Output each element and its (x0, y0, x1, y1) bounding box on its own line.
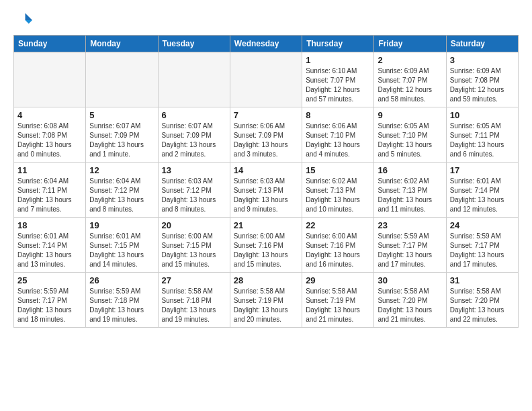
day-number: 29 (306, 275, 370, 285)
day-info: Sunrise: 6:00 AMSunset: 7:16 PMDaylight:… (234, 232, 298, 269)
day-cell: 7Sunrise: 6:06 AMSunset: 7:09 PMDaylight… (230, 107, 302, 163)
day-number: 13 (162, 165, 226, 175)
svg-marker-0 (26, 13, 33, 21)
day-info: Sunrise: 6:08 AMSunset: 7:08 PMDaylight:… (17, 122, 82, 159)
day-number: 5 (89, 110, 154, 120)
day-number: 16 (378, 165, 442, 175)
day-info: Sunrise: 6:03 AMSunset: 7:12 PMDaylight:… (162, 177, 226, 214)
weekday-header-wednesday: Wednesday (230, 36, 302, 52)
day-cell: 24Sunrise: 5:59 AMSunset: 7:17 PMDayligh… (446, 218, 518, 273)
weekday-header-row: SundayMondayTuesdayWednesdayThursdayFrid… (14, 36, 519, 52)
day-cell: 25Sunrise: 5:59 AMSunset: 7:17 PMDayligh… (14, 273, 86, 328)
day-info: Sunrise: 5:59 AMSunset: 7:18 PMDaylight:… (89, 287, 154, 324)
weekday-header-sunday: Sunday (14, 36, 86, 52)
day-cell: 20Sunrise: 6:00 AMSunset: 7:15 PMDayligh… (158, 218, 230, 273)
day-number: 15 (306, 165, 370, 175)
day-number: 3 (450, 55, 515, 65)
day-cell: 6Sunrise: 6:07 AMSunset: 7:09 PMDaylight… (158, 107, 230, 163)
day-number: 19 (89, 220, 154, 230)
day-cell: 13Sunrise: 6:03 AMSunset: 7:12 PMDayligh… (158, 163, 230, 218)
day-number: 31 (450, 275, 515, 285)
weekday-header-tuesday: Tuesday (158, 36, 230, 52)
day-info: Sunrise: 6:01 AMSunset: 7:14 PMDaylight:… (17, 232, 82, 269)
day-info: Sunrise: 6:03 AMSunset: 7:13 PMDaylight:… (234, 177, 298, 214)
week-row-5: 25Sunrise: 5:59 AMSunset: 7:17 PMDayligh… (14, 273, 519, 328)
day-info: Sunrise: 6:10 AMSunset: 7:07 PMDaylight:… (306, 66, 370, 104)
day-cell: 4Sunrise: 6:08 AMSunset: 7:08 PMDaylight… (14, 107, 86, 163)
day-cell: 31Sunrise: 5:58 AMSunset: 7:20 PMDayligh… (446, 273, 518, 328)
day-cell: 29Sunrise: 5:58 AMSunset: 7:19 PMDayligh… (302, 273, 374, 328)
day-info: Sunrise: 6:06 AMSunset: 7:10 PMDaylight:… (306, 122, 370, 159)
day-cell: 3Sunrise: 6:09 AMSunset: 7:08 PMDaylight… (446, 52, 518, 107)
day-cell (86, 52, 158, 107)
day-info: Sunrise: 6:06 AMSunset: 7:09 PMDaylight:… (234, 122, 298, 159)
day-number: 1 (306, 55, 370, 65)
day-info: Sunrise: 6:02 AMSunset: 7:13 PMDaylight:… (378, 177, 442, 214)
day-cell: 15Sunrise: 6:02 AMSunset: 7:13 PMDayligh… (302, 163, 374, 218)
day-info: Sunrise: 6:04 AMSunset: 7:11 PMDaylight:… (17, 177, 82, 214)
day-info: Sunrise: 6:09 AMSunset: 7:08 PMDaylight:… (450, 66, 515, 104)
day-info: Sunrise: 5:58 AMSunset: 7:19 PMDaylight:… (234, 287, 298, 324)
day-cell: 5Sunrise: 6:07 AMSunset: 7:09 PMDaylight… (86, 107, 158, 163)
day-info: Sunrise: 6:07 AMSunset: 7:09 PMDaylight:… (89, 122, 154, 159)
day-cell: 23Sunrise: 5:59 AMSunset: 7:17 PMDayligh… (374, 218, 446, 273)
week-row-3: 11Sunrise: 6:04 AMSunset: 7:11 PMDayligh… (14, 163, 519, 218)
day-info: Sunrise: 5:58 AMSunset: 7:20 PMDaylight:… (450, 287, 515, 324)
day-cell: 19Sunrise: 6:01 AMSunset: 7:15 PMDayligh… (86, 218, 158, 273)
week-row-2: 4Sunrise: 6:08 AMSunset: 7:08 PMDaylight… (14, 107, 519, 163)
day-number: 8 (306, 110, 370, 120)
day-info: Sunrise: 6:00 AMSunset: 7:16 PMDaylight:… (306, 232, 370, 269)
day-cell: 16Sunrise: 6:02 AMSunset: 7:13 PMDayligh… (374, 163, 446, 218)
day-number: 27 (162, 275, 226, 285)
weekday-header-friday: Friday (374, 36, 446, 52)
day-number: 22 (306, 220, 370, 230)
day-info: Sunrise: 6:01 AMSunset: 7:15 PMDaylight:… (89, 232, 154, 269)
day-number: 4 (17, 110, 82, 120)
day-info: Sunrise: 5:58 AMSunset: 7:19 PMDaylight:… (306, 287, 370, 324)
day-cell: 18Sunrise: 6:01 AMSunset: 7:14 PMDayligh… (14, 218, 86, 273)
day-info: Sunrise: 5:59 AMSunset: 7:17 PMDaylight:… (378, 232, 442, 269)
day-cell: 12Sunrise: 6:04 AMSunset: 7:12 PMDayligh… (86, 163, 158, 218)
day-info: Sunrise: 6:05 AMSunset: 7:10 PMDaylight:… (378, 122, 442, 159)
day-number: 24 (450, 220, 515, 230)
day-info: Sunrise: 5:59 AMSunset: 7:17 PMDaylight:… (450, 232, 515, 269)
day-number: 25 (17, 275, 82, 285)
weekday-header-saturday: Saturday (446, 36, 518, 52)
day-number: 21 (234, 220, 298, 230)
day-number: 11 (17, 165, 82, 175)
day-info: Sunrise: 6:01 AMSunset: 7:14 PMDaylight:… (450, 177, 515, 214)
day-cell: 2Sunrise: 6:09 AMSunset: 7:07 PMDaylight… (374, 52, 446, 107)
day-info: Sunrise: 5:58 AMSunset: 7:18 PMDaylight:… (162, 287, 226, 324)
day-cell: 8Sunrise: 6:06 AMSunset: 7:10 PMDaylight… (302, 107, 374, 163)
day-number: 30 (378, 275, 442, 285)
week-row-4: 18Sunrise: 6:01 AMSunset: 7:14 PMDayligh… (14, 218, 519, 273)
day-info: Sunrise: 6:09 AMSunset: 7:07 PMDaylight:… (378, 66, 442, 104)
day-number: 26 (89, 275, 154, 285)
logo (13, 11, 35, 30)
weekday-header-monday: Monday (86, 36, 158, 52)
day-cell: 17Sunrise: 6:01 AMSunset: 7:14 PMDayligh… (446, 163, 518, 218)
calendar: SundayMondayTuesdayWednesdayThursdayFrid… (13, 35, 519, 328)
day-info: Sunrise: 6:04 AMSunset: 7:12 PMDaylight:… (89, 177, 154, 214)
day-cell (230, 52, 302, 107)
week-row-1: 1Sunrise: 6:10 AMSunset: 7:07 PMDaylight… (14, 52, 519, 107)
day-number: 14 (234, 165, 298, 175)
day-number: 18 (17, 220, 82, 230)
day-number: 20 (162, 220, 226, 230)
day-number: 2 (378, 55, 442, 65)
svg-marker-1 (26, 20, 33, 24)
day-cell: 21Sunrise: 6:00 AMSunset: 7:16 PMDayligh… (230, 218, 302, 273)
day-cell: 26Sunrise: 5:59 AMSunset: 7:18 PMDayligh… (86, 273, 158, 328)
day-info: Sunrise: 6:07 AMSunset: 7:09 PMDaylight:… (162, 122, 226, 159)
day-cell: 14Sunrise: 6:03 AMSunset: 7:13 PMDayligh… (230, 163, 302, 218)
day-number: 23 (378, 220, 442, 230)
day-number: 6 (162, 110, 226, 120)
logo-icon (13, 11, 32, 30)
day-number: 28 (234, 275, 298, 285)
day-info: Sunrise: 5:58 AMSunset: 7:20 PMDaylight:… (378, 287, 442, 324)
day-cell: 27Sunrise: 5:58 AMSunset: 7:18 PMDayligh… (158, 273, 230, 328)
weekday-header-thursday: Thursday (302, 36, 374, 52)
day-cell: 28Sunrise: 5:58 AMSunset: 7:19 PMDayligh… (230, 273, 302, 328)
day-info: Sunrise: 6:05 AMSunset: 7:11 PMDaylight:… (450, 122, 515, 159)
day-cell: 10Sunrise: 6:05 AMSunset: 7:11 PMDayligh… (446, 107, 518, 163)
